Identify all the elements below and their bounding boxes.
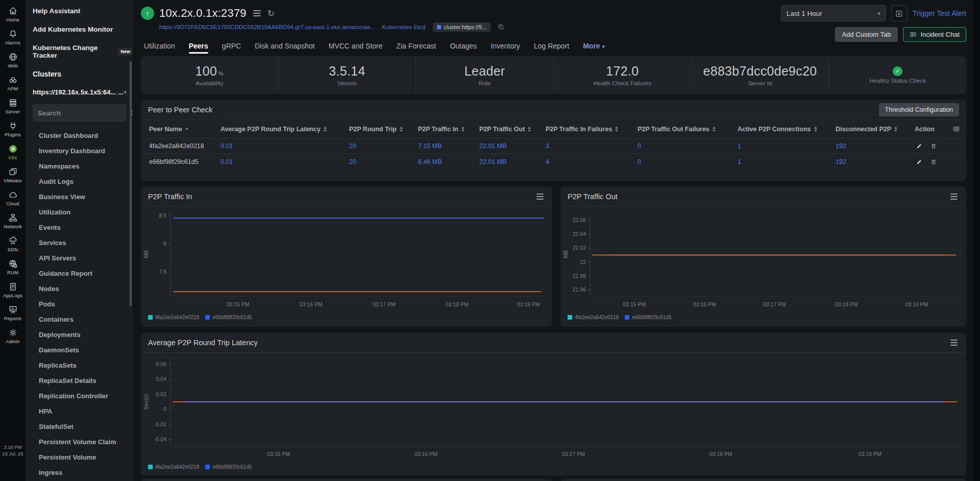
tab-grpc[interactable]: gRPC xyxy=(222,42,241,50)
rail-item-admin[interactable]: Admin xyxy=(0,328,26,344)
add-custom-tab-button[interactable]: Add Custom Tab xyxy=(835,27,898,42)
delete-icon[interactable] xyxy=(930,142,937,150)
sidebar-item-deployments[interactable]: Deployments xyxy=(33,327,133,342)
rail-item-home[interactable]: Home xyxy=(0,6,26,22)
rail-item-rum[interactable]: RUM xyxy=(0,259,26,275)
rail-item-web[interactable]: Web xyxy=(0,52,26,68)
metric-value-link[interactable]: 3 xyxy=(546,142,638,150)
tab-peers[interactable]: Peers xyxy=(189,42,208,50)
metric-value-link[interactable]: 0.01 xyxy=(220,158,349,165)
sidebar-item-business-view[interactable]: Business View xyxy=(33,189,133,204)
sidebar-item-persistent-volume-claim[interactable]: Persistent Volume Claim xyxy=(33,434,133,449)
rail-item-cloud[interactable]: Cloud xyxy=(0,190,26,206)
sidebar-item-persistent-volume[interactable]: Persistent Volume xyxy=(33,449,133,465)
sidebar-item-pods[interactable]: Pods xyxy=(33,296,133,311)
threshold-configuration-button[interactable]: Threshold Configuration xyxy=(879,103,959,116)
tab-zia-forecast[interactable]: Zia Forecast xyxy=(397,42,436,50)
metric-value-link[interactable]: 20 xyxy=(349,142,418,150)
legend-item-4fa2ee2a642e0218[interactable]: 4fa2ee2a642e0218 xyxy=(148,464,199,470)
tab-log-report[interactable]: Log Report xyxy=(534,42,569,50)
sidebar-item-services[interactable]: Services xyxy=(33,235,133,250)
sidebar-scrollbar[interactable] xyxy=(130,61,132,306)
sidebar-item-statefulset[interactable]: StatefulSet xyxy=(33,419,133,434)
metric-value-link[interactable]: 22.01 MB xyxy=(479,158,546,165)
edit-icon[interactable] xyxy=(916,142,923,150)
column-header-peer-name[interactable]: Peer Name xyxy=(149,126,220,133)
column-header-p2p-traffic-in-failures[interactable]: P2P Traffic In Failures xyxy=(546,126,638,133)
incident-chat-button[interactable]: Incident Chat xyxy=(903,27,966,42)
metric-value-link[interactable]: 0.01 xyxy=(220,142,349,150)
search-input[interactable] xyxy=(38,109,130,117)
tab-more[interactable]: More ▾ xyxy=(583,42,605,50)
sidebar-item-inventory-dashboard[interactable]: Inventory Dashboard xyxy=(33,143,133,158)
column-header-p2p-round-trip[interactable]: P2P Round Trip xyxy=(349,126,418,133)
metric-value-link[interactable]: 192 xyxy=(836,142,915,150)
rail-item-applogs[interactable]: AppLogs xyxy=(0,282,26,298)
column-header-active-p2p-connections[interactable]: Active P2P Connections xyxy=(738,126,836,133)
tab-disk-and-snapshot[interactable]: Disk and Snapshot xyxy=(255,42,315,50)
sidebar-item-replication-controller[interactable]: Replication Controller xyxy=(33,388,133,403)
sidebar-item-containers[interactable]: Containers xyxy=(33,311,133,327)
tab-inventory[interactable]: Inventory xyxy=(491,42,520,50)
sidebar-item-replicasets[interactable]: ReplicaSets xyxy=(33,357,133,373)
help-assistant-link[interactable]: Help Assistant xyxy=(33,7,133,15)
sidebar-item-guidance-report[interactable]: Guidance Report xyxy=(33,266,133,281)
cluster-endpoint-link[interactable]: https://9D72FED6C5E1793CDDC562B19AA6BD94… xyxy=(159,24,375,30)
legend-item-4fa2ee2a642e0218[interactable]: 4fa2ee2a642e0218 xyxy=(148,315,199,320)
column-header-p2p-traffic-out[interactable]: P2P Traffic Out xyxy=(479,126,546,133)
rail-item-server[interactable]: Server xyxy=(0,98,26,114)
sidebar-item-cluster-dashboard[interactable]: Cluster Dashboard xyxy=(33,128,133,143)
metric-value-link[interactable]: 1 xyxy=(738,158,836,165)
tab-utilization[interactable]: Utilization xyxy=(144,42,175,50)
copy-icon[interactable] xyxy=(498,23,505,31)
metric-value-link[interactable]: 7.15 MB xyxy=(418,142,479,150)
tab-outages[interactable]: Outages xyxy=(450,42,477,50)
metric-value-link[interactable]: 22.01 MB xyxy=(479,142,546,150)
rail-item-reports[interactable]: Reports xyxy=(0,305,26,321)
sidebar-item-ingress[interactable]: Ingress xyxy=(33,465,133,480)
legend-item-e66bf98f29c61d5[interactable]: e66bf98f29c61d5 xyxy=(625,315,671,320)
poll-now-button[interactable] xyxy=(891,5,908,21)
rail-item-network[interactable]: Network xyxy=(0,213,26,229)
refresh-icon[interactable]: ↻ xyxy=(267,9,275,18)
cluster-tag[interactable]: cluster:https://9... xyxy=(433,22,491,32)
metric-value-link[interactable]: 4 xyxy=(546,158,638,165)
sidebar-item-hpa[interactable]: HPA xyxy=(33,403,133,419)
rail-item-plugins[interactable]: Plugins xyxy=(0,121,26,137)
sidebar-item-daemonsets[interactable]: DaemonSets xyxy=(33,342,133,357)
metric-value-link[interactable]: 0 xyxy=(638,142,738,150)
edit-icon[interactable] xyxy=(916,158,923,165)
chart-menu-icon[interactable] xyxy=(949,192,959,201)
metric-value-link[interactable]: 1 xyxy=(738,142,836,150)
metric-value-link[interactable]: 8.46 MB xyxy=(418,158,479,165)
legend-item-4fa2ee2a642e0218[interactable]: 4fa2ee2a642e0218 xyxy=(568,315,619,320)
rail-item-k8s[interactable]: K8s xyxy=(0,144,26,160)
time-range-select[interactable]: Last 1 Hour ▾ xyxy=(781,5,886,21)
rail-item-vmware[interactable]: VMware xyxy=(0,167,26,183)
column-header-disconnected-p2p[interactable]: Disconnected P2P xyxy=(836,126,915,133)
legend-item-e66bf98f29c61d5[interactable]: e66bf98f29c61d5 xyxy=(205,315,252,320)
column-header-p2p-traffic-out-failures[interactable]: P2P Traffic Out Failures xyxy=(638,126,738,133)
column-header-average-p2p-round-trip-latency[interactable]: Average P2P Round Trip Latency xyxy=(220,126,349,133)
add-kubernetes-monitor-link[interactable]: Add Kubernetes Monitor xyxy=(33,26,133,33)
metric-value-link[interactable]: 20 xyxy=(349,158,418,165)
chart-menu-icon[interactable] xyxy=(535,192,545,201)
tab-mvcc-and-store[interactable]: MVCC and Store xyxy=(329,42,383,50)
sidebar-item-utilization[interactable]: Utilization xyxy=(33,204,133,220)
metric-value-link[interactable]: 192 xyxy=(836,158,915,165)
column-settings-icon[interactable] xyxy=(952,125,960,133)
cluster-selector[interactable]: https://192.16x.5x.1x5:64... ... ▾ xyxy=(33,88,133,96)
sidebar-item-audit-logs[interactable]: Audit Logs xyxy=(33,174,133,189)
rail-item-apm[interactable]: APM xyxy=(0,75,26,91)
trigger-test-alert-link[interactable]: Trigger Test Alert xyxy=(913,9,966,17)
sidebar-item-api-servers[interactable]: API Servers xyxy=(33,250,133,266)
sidebar-item-replicaset-details[interactable]: ReplicaSet Details xyxy=(33,373,133,388)
column-header-p2p-traffic-in[interactable]: P2P Traffic In xyxy=(418,126,479,133)
delete-icon[interactable] xyxy=(930,158,937,165)
legend-item-e66bf98f29c61d5[interactable]: e66bf98f29c61d5 xyxy=(205,464,252,470)
rail-item-alarms[interactable]: Alarms xyxy=(0,29,26,45)
sidebar-item-nodes[interactable]: Nodes xyxy=(33,281,133,296)
chart-menu-icon[interactable] xyxy=(949,338,959,347)
metric-value-link[interactable]: 0 xyxy=(638,158,738,165)
kubernetes-change-tracker-link[interactable]: Kubernetes Change Tracker New xyxy=(33,44,133,59)
